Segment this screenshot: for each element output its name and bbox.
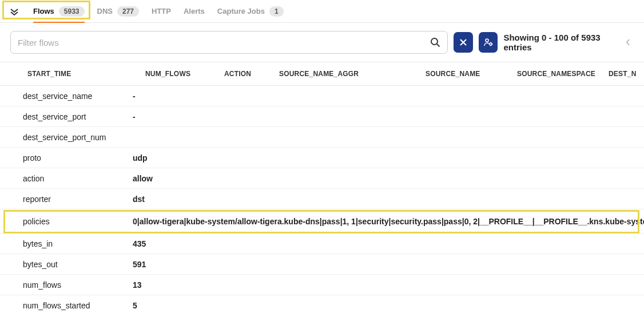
row-num-flows-started: num_flows_started 5 (0, 295, 644, 313)
search-input[interactable] (18, 38, 398, 47)
row-reporter: reporter dst (0, 189, 644, 209)
row-bytes-in: bytes_in 435 (0, 233, 644, 254)
tab-dns[interactable]: DNS 277 (97, 6, 139, 17)
chevron-left-icon[interactable] (626, 39, 630, 46)
col-srcns[interactable]: SOURCE_NAMESPACE (512, 70, 604, 78)
search-box[interactable] (10, 31, 448, 54)
col-action[interactable]: ACTION (220, 70, 275, 78)
svg-point-0 (431, 38, 438, 45)
tab-bar: Flows 5933 DNS 277 HTTP Alerts Capture J… (0, 0, 644, 23)
col-start[interactable]: START_TIME (23, 70, 141, 78)
tab-http[interactable]: HTTP (152, 7, 171, 15)
entries-count: Showing 0 - 100 of 5933 entries (503, 33, 634, 52)
svg-point-5 (490, 43, 492, 45)
tab-http-label: HTTP (152, 7, 171, 15)
tab-flows-label: Flows (33, 7, 54, 15)
tab-dns-label: DNS (97, 7, 113, 15)
svg-line-1 (437, 44, 440, 47)
table-header: START_TIME NUM_FLOWS ACTION SOURCE_NAME_… (0, 62, 644, 86)
row-dest-service-port-num: dest_service_port_num (0, 127, 644, 148)
row-bytes-out: bytes_out 591 (0, 254, 644, 275)
tab-dns-count: 277 (117, 6, 139, 17)
tab-alerts-label: Alerts (184, 7, 205, 15)
user-settings-button[interactable] (479, 32, 498, 53)
tab-flows-count: 5933 (59, 6, 85, 17)
row-dest-service-port: dest_service_port - (0, 106, 644, 127)
details-panel: dest_service_name - dest_service_port - … (0, 86, 644, 313)
clear-button[interactable] (454, 32, 473, 53)
row-proto: proto udp (0, 148, 644, 168)
tab-capture-count: 1 (269, 6, 284, 17)
svg-point-4 (486, 39, 488, 42)
col-srcname[interactable]: SOURCE_NAME (421, 70, 512, 78)
tab-flows[interactable]: Flows 5933 (33, 6, 85, 23)
row-policies: policies 0|allow-tigera|kube-system/allo… (0, 209, 644, 233)
col-destn[interactable]: DEST_N (604, 70, 644, 78)
row-action: action allow (0, 168, 644, 189)
col-num[interactable]: NUM_FLOWS (141, 70, 220, 78)
tab-alerts[interactable]: Alerts (184, 7, 205, 15)
tab-capture[interactable]: Capture Jobs 1 (217, 6, 284, 17)
col-srcaggr[interactable]: SOURCE_NAME_AGGR (275, 70, 421, 78)
toolbar: Showing 0 - 100 of 5933 entries (0, 23, 644, 62)
row-num-flows: num_flows 13 (0, 275, 644, 295)
collapse-icon[interactable] (8, 5, 21, 18)
row-dest-service-name: dest_service_name - (0, 86, 644, 106)
tab-capture-label: Capture Jobs (217, 7, 265, 15)
search-icon[interactable] (430, 37, 440, 47)
